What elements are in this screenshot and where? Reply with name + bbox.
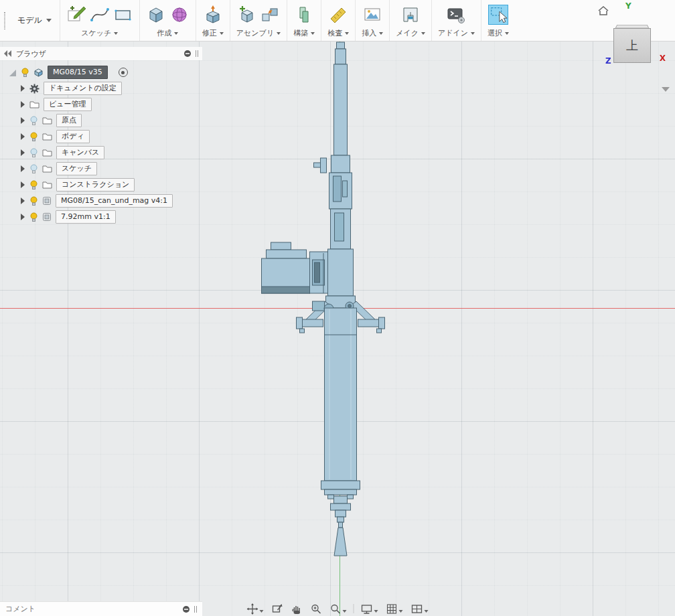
visibility-bulb-icon[interactable] <box>29 148 38 158</box>
root-component-label[interactable]: MG08/15 v35 <box>48 66 108 78</box>
browser-item-subcomponent[interactable]: 7.92mm v1:1 <box>0 209 209 225</box>
spline-icon[interactable] <box>90 5 110 25</box>
home-view-icon[interactable] <box>597 5 609 16</box>
item-label[interactable]: ビュー管理 <box>44 98 92 110</box>
addins-script-icon[interactable] <box>446 5 466 25</box>
expand-arrow-icon[interactable] <box>20 214 25 220</box>
construct-menu-button[interactable]: 構築 <box>293 28 315 38</box>
visibility-bulb-icon[interactable] <box>29 196 38 206</box>
item-label[interactable]: スケッチ <box>56 162 97 175</box>
item-label[interactable]: コンストラクション <box>56 178 135 191</box>
inspect-menu-button[interactable]: 検査 <box>327 28 349 38</box>
expand-arrow-icon[interactable] <box>20 85 25 92</box>
panel-grip[interactable] <box>194 606 197 613</box>
visibility-bulb-icon[interactable] <box>29 116 38 126</box>
rectangle-tool-icon[interactable] <box>113 5 133 25</box>
insert-menu-label: 挿入 <box>362 28 376 38</box>
construct-menu-label: 構築 <box>293 28 308 38</box>
new-component-icon[interactable] <box>236 5 256 25</box>
display-settings-button[interactable] <box>360 603 380 615</box>
comment-panel[interactable]: コメント <box>0 601 202 616</box>
expand-arrow-icon[interactable] <box>20 117 25 124</box>
browser-root-row[interactable]: MG08/15 v35 <box>0 64 209 80</box>
browser-tree: MG08/15 v35 ドキュメントの設定 <box>0 60 209 225</box>
browser-item-document-settings[interactable]: ドキュメントの設定 <box>0 80 209 96</box>
select-cursor-icon[interactable] <box>488 5 508 25</box>
toolbar-group-modify: 修正 <box>196 0 230 41</box>
chevron-down-icon <box>343 610 347 613</box>
expand-arrow-icon[interactable] <box>20 181 25 188</box>
orbit-button[interactable] <box>246 603 265 615</box>
select-menu-button[interactable]: 選択 <box>487 28 509 38</box>
create-sketch-icon[interactable] <box>66 5 86 25</box>
modify-menu-button[interactable]: 修正 <box>202 28 224 38</box>
expand-arrow-icon[interactable] <box>20 198 25 204</box>
browser-title: ブラウザ <box>16 49 46 59</box>
make-3dprint-icon[interactable] <box>400 5 421 25</box>
construction-plane-icon[interactable] <box>294 5 314 25</box>
visibility-bulb-icon[interactable] <box>29 132 38 142</box>
item-label[interactable]: ドキュメントの設定 <box>44 82 122 94</box>
activate-component-radio[interactable] <box>119 68 128 77</box>
look-at-icon <box>272 603 283 615</box>
joint-icon[interactable] <box>260 5 280 25</box>
browser-item-bodies[interactable]: ボディ <box>0 129 209 145</box>
browser-item-canvases[interactable]: キャンバス <box>0 145 209 161</box>
browser-item-view-management[interactable]: ビュー管理 <box>0 96 209 112</box>
expand-arrow-icon[interactable] <box>20 149 25 156</box>
make-menu-button[interactable]: メイク <box>396 28 425 38</box>
browser-header[interactable]: ブラウザ <box>0 47 202 60</box>
item-label[interactable]: ボディ <box>56 130 90 143</box>
visibility-bulb-icon[interactable] <box>29 212 38 222</box>
minimize-icon[interactable] <box>183 50 192 58</box>
grid-settings-button[interactable] <box>385 603 404 615</box>
expand-panel-icon[interactable] <box>182 605 190 613</box>
pan-button[interactable] <box>290 603 304 615</box>
browser-item-subcomponent[interactable]: MG08/15_can_und_mag v4:1 <box>0 193 209 209</box>
viewcube-menu-arrow-icon[interactable] <box>662 87 670 92</box>
item-label[interactable]: 7.92mm v1:1 <box>56 210 116 223</box>
viewports-button[interactable] <box>410 603 430 615</box>
sketch-menu-button[interactable]: スケッチ <box>81 28 118 38</box>
item-label[interactable]: キャンバス <box>56 146 104 159</box>
collapse-panel-icon[interactable] <box>4 50 12 57</box>
look-at-button[interactable] <box>271 603 285 615</box>
browser-item-construction[interactable]: コンストラクション <box>0 177 209 193</box>
insert-canvas-icon[interactable] <box>362 5 382 25</box>
chevron-down-icon <box>260 610 264 613</box>
zoom-window-button[interactable] <box>329 603 348 615</box>
measure-icon[interactable] <box>328 5 348 25</box>
axis-z-label: Z <box>605 56 611 66</box>
viewports-icon <box>411 603 423 615</box>
addins-menu-button[interactable]: アドイン <box>438 28 475 38</box>
create-menu-button[interactable]: 作成 <box>157 28 178 38</box>
chevron-down-icon <box>421 32 425 35</box>
create-form-icon[interactable] <box>169 5 190 25</box>
insert-menu-button[interactable]: 挿入 <box>362 28 383 38</box>
browser-item-sketches[interactable]: スケッチ <box>0 161 209 177</box>
folder-icon <box>42 165 52 173</box>
expand-arrow-icon[interactable] <box>20 165 25 172</box>
assembly-menu-button[interactable]: アセンブリ <box>236 28 281 38</box>
item-label[interactable]: 原点 <box>56 114 82 127</box>
visibility-bulb-icon[interactable] <box>29 164 38 174</box>
make-menu-label: メイク <box>396 28 419 38</box>
expand-arrow-icon[interactable] <box>20 133 25 140</box>
browser-item-origin[interactable]: 原点 <box>0 112 209 129</box>
expand-arrow-icon[interactable] <box>20 101 25 108</box>
create-box-icon[interactable] <box>146 5 166 25</box>
toolbar-group-make: メイク <box>389 0 431 41</box>
chevron-down-icon <box>277 32 281 35</box>
visibility-bulb-icon[interactable] <box>29 180 38 190</box>
press-pull-icon[interactable] <box>203 5 223 25</box>
item-label[interactable]: MG08/15_can_und_mag v4:1 <box>56 194 173 207</box>
axis-y-label: Y <box>625 1 631 11</box>
toolbar-grip[interactable] <box>0 0 9 41</box>
panel-grip[interactable] <box>196 50 198 57</box>
viewcube-face-top[interactable]: 上 <box>612 23 652 64</box>
workspace-mode-button[interactable]: モデル <box>9 0 60 41</box>
viewcube-face-label[interactable]: 上 <box>613 28 651 63</box>
visibility-bulb-icon[interactable] <box>21 68 29 78</box>
addins-menu-label: アドイン <box>438 28 468 38</box>
zoom-button[interactable] <box>309 603 323 615</box>
